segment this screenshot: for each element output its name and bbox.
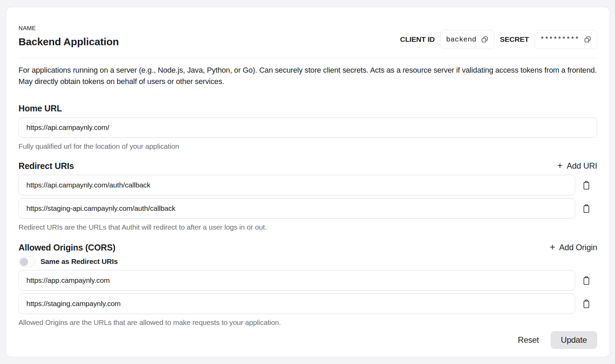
same-as-redirect-label: Same as Redirect URIs: [40, 257, 118, 266]
card-header: NAME Backend Application CLIENT ID backe…: [19, 7, 597, 49]
header-divider: [19, 58, 597, 58]
allowed-origin-row: [19, 293, 597, 314]
copy-icon: [481, 36, 489, 43]
delete-redirect-uri-1-button[interactable]: [575, 181, 597, 190]
secret-label: SECRET: [500, 35, 529, 44]
plus-icon: +: [557, 161, 563, 170]
update-button[interactable]: Update: [551, 331, 597, 349]
redirect-uri-input-1[interactable]: [19, 175, 575, 195]
allowed-origin-input-2[interactable]: [19, 293, 575, 314]
home-url-label: Home URL: [19, 103, 62, 114]
credentials-group: CLIENT ID backend SECRET *********: [400, 30, 597, 49]
home-url-input[interactable]: [19, 117, 597, 138]
app-description: For applications running on a server (e.…: [19, 64, 597, 87]
trash-icon: [582, 181, 591, 190]
allowed-origins-section-header: Allowed Origins (CORS) + Add Origin: [19, 242, 597, 253]
delete-origin-2-button[interactable]: [575, 299, 597, 308]
form-actions: Reset Update: [19, 331, 597, 349]
toggle-knob-icon: [20, 258, 28, 266]
trash-icon: [582, 276, 591, 285]
add-origin-button[interactable]: + Add Origin: [550, 243, 597, 252]
delete-origin-1-button[interactable]: [575, 276, 597, 285]
application-settings-card: NAME Backend Application CLIENT ID backe…: [6, 7, 610, 357]
name-label: NAME: [19, 25, 119, 32]
same-as-redirect-toggle[interactable]: [19, 256, 36, 267]
secret-value: *********: [540, 36, 579, 44]
client-id-label: CLIENT ID: [400, 35, 435, 44]
client-id-value: backend: [446, 36, 476, 44]
copy-client-id-button[interactable]: [481, 36, 489, 43]
redirect-uris-label: Redirect URIs: [19, 160, 74, 171]
allowed-origins-label: Allowed Origins (CORS): [19, 242, 116, 253]
app-name-block: NAME Backend Application: [19, 25, 119, 48]
same-as-redirect-row: Same as Redirect URIs: [19, 256, 597, 267]
app-name: Backend Application: [19, 35, 119, 48]
allowed-origin-input-1[interactable]: [19, 270, 575, 291]
redirect-uris-section-header: Redirect URIs + Add URI: [19, 160, 597, 171]
secret-box: *********: [534, 30, 597, 49]
copy-secret-button[interactable]: [584, 36, 591, 43]
reset-button[interactable]: Reset: [511, 331, 546, 349]
redirect-uri-row: [19, 198, 597, 219]
redirect-uris-helper: Redirect URIs are the URLs that Authit w…: [19, 223, 597, 232]
delete-redirect-uri-2-button[interactable]: [575, 204, 597, 213]
allowed-origin-row: [19, 270, 597, 291]
trash-icon: [582, 299, 591, 308]
plus-icon: +: [550, 243, 555, 252]
home-url-helper: Fully qualified url for the location of …: [19, 142, 597, 151]
home-url-section-header: Home URL: [19, 103, 597, 114]
allowed-origins-helper: Allowed Origins are the URLs that are al…: [19, 318, 597, 327]
client-id-box: backend: [440, 30, 494, 49]
add-origin-button-label: Add Origin: [559, 243, 597, 252]
add-uri-button[interactable]: + Add URI: [557, 161, 597, 171]
redirect-uri-row: [19, 175, 597, 195]
trash-icon: [582, 204, 591, 213]
add-uri-button-label: Add URI: [567, 161, 597, 171]
redirect-uri-input-2[interactable]: [19, 198, 575, 219]
copy-icon: [584, 36, 591, 43]
